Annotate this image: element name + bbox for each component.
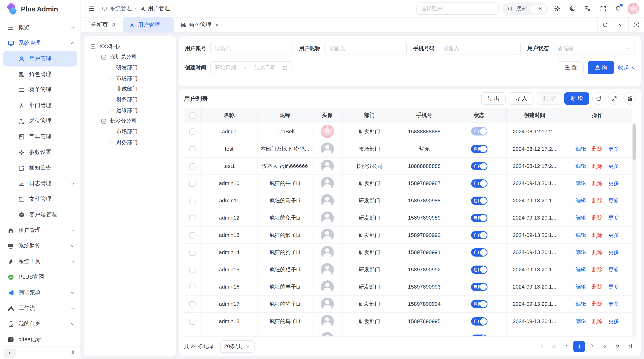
row-checkbox[interactable] [190,336,196,336]
tree-collapse-icon[interactable] [101,54,107,60]
sidebar-pin-button[interactable] [69,349,76,357]
delete-link[interactable]: 删除 [592,163,603,169]
delete-link[interactable]: 删除 [592,215,603,221]
collapse-filter-link[interactable]: 收起 [618,64,635,71]
account-input[interactable]: 请输入 [210,42,292,55]
more-link[interactable]: 更多 [608,283,619,290]
row-checkbox[interactable] [190,284,196,290]
tab-fullscreen-button[interactable] [628,17,644,32]
sidebar-item-post-management[interactable]: 岗位管理 [0,113,80,129]
tree-node-changsha-branch[interactable]: 长沙分公司 [88,116,172,126]
more-link[interactable]: 更多 [608,197,619,203]
delete-link[interactable]: 删除 [592,180,603,186]
breadcrumb-item-user-management[interactable]: 用户管理 [140,5,170,12]
sidebar-item-system-management[interactable]: 系统管理 [0,35,80,51]
more-link[interactable]: 更多 [608,232,619,238]
sidebar-item-my-tasks[interactable]: 我的任务 [0,316,80,332]
tree-node-finance-dept-sz[interactable]: 财务部门 [88,94,172,105]
row-checkbox[interactable] [190,129,196,135]
row-checkbox[interactable] [190,232,196,238]
pager-next-button[interactable] [599,341,610,352]
tree-node-ops-dept[interactable]: 运维部门 [88,105,172,116]
delete-link[interactable]: 删除 [592,266,603,272]
sidebar-item-dept-management[interactable]: 部门管理 [0,98,80,113]
delete-link[interactable]: 删除 [592,146,603,152]
sidebar-item-overview[interactable]: 概览 [0,20,80,35]
pager-next-group-button[interactable] [612,341,623,352]
edit-link[interactable]: 编辑 [576,283,586,290]
status-toggle[interactable]: 启用 [471,300,487,308]
dark-mode-button[interactable] [567,3,578,14]
status-toggle[interactable]: 启用 [471,231,487,239]
global-search[interactable]: 搜索 ⌘ K [502,2,548,15]
sidebar-item-system-monitor[interactable]: 系统监控 [0,238,80,254]
import-button[interactable]: 导 入 [509,92,534,105]
sidebar-item-workflow[interactable]: 工作流 [0,301,80,316]
pager-last-button[interactable] [624,341,636,352]
row-checkbox[interactable] [190,163,196,169]
pin-icon[interactable] [111,22,116,28]
sidebar-item-user-management[interactable]: 用户管理 [3,51,77,66]
more-link[interactable]: 更多 [608,318,619,324]
sidebar-item-client-management[interactable]: 客户端管理 [0,207,80,222]
edit-link[interactable]: 编辑 [576,180,586,186]
edit-link[interactable]: 编辑 [576,215,586,221]
status-toggle[interactable]: 启用 [471,334,487,336]
row-checkbox[interactable] [190,180,196,186]
pager-page-1[interactable]: 1 [573,341,585,352]
status-toggle[interactable]: 启用 [471,179,487,187]
tab-menu-button[interactable] [613,17,628,32]
edit-link[interactable]: 编辑 [576,163,586,169]
edit-link[interactable]: 编辑 [576,146,586,152]
sidebar-item-log-management[interactable]: DEV 日志管理 [0,176,80,191]
delete-link[interactable]: 删除 [592,197,603,203]
notifications-button[interactable] [612,3,624,14]
tab-close-icon[interactable] [214,22,219,27]
pager-prev-button[interactable] [561,341,572,352]
more-link[interactable]: 更多 [608,163,619,169]
status-toggle[interactable]: 启用 [471,283,487,291]
user-avatar[interactable] [628,3,639,14]
breadcrumb-item-system-management[interactable]: 系统管理 [102,5,132,12]
more-link[interactable]: 更多 [608,215,619,221]
export-button[interactable]: 导 出 [481,92,506,105]
language-button[interactable] [582,3,593,14]
table-expand-button[interactable] [608,92,620,105]
edit-link[interactable]: 编辑 [576,318,586,324]
tree-node-market-dept-cs[interactable]: 市场部门 [88,126,172,137]
delete-link[interactable]: 删除 [592,301,603,307]
search-button[interactable]: 查 询 [588,61,614,74]
phone-input[interactable]: 请输入 [439,42,521,55]
more-link[interactable]: 更多 [608,266,619,272]
row-checkbox[interactable] [190,319,196,325]
delete-link[interactable]: 删除 [592,232,603,238]
tree-node-company-root[interactable]: XXX科技 [88,41,172,52]
sidebar-item-plus-site[interactable]: PLUS官网 [0,269,80,285]
tab-close-icon[interactable] [163,22,168,27]
status-toggle[interactable]: 启用 [471,248,487,256]
status-toggle[interactable]: 启用 [471,317,487,325]
tree-node-test-dept[interactable]: 测试部门 [88,84,172,94]
brand[interactable]: Plus Admin [0,0,80,18]
more-link[interactable]: 更多 [608,249,619,255]
sidebar-item-system-tools[interactable]: 系统工具 [0,254,80,269]
tree-collapse-icon[interactable] [90,43,96,49]
status-toggle[interactable]: 启用 [471,127,487,135]
tab-role-management[interactable]: 角色管理 [174,17,225,32]
row-checkbox[interactable] [190,267,196,273]
sidebar-item-dict-management[interactable]: 字典管理 [0,129,80,144]
delete-link[interactable]: 删除 [592,249,603,255]
delete-link[interactable]: 删除 [592,283,603,290]
fullscreen-button[interactable] [597,3,608,14]
more-link[interactable]: 更多 [608,146,619,152]
edit-link[interactable]: 编辑 [576,197,586,203]
pager-prev-group-button[interactable] [548,341,560,352]
tab-refresh-button[interactable] [597,17,613,32]
sidebar-collapse-button[interactable] [4,348,16,358]
sidebar-item-role-management[interactable]: 角色管理 [0,66,80,82]
sidebar-item-test-menu[interactable]: 测试菜单 [0,285,80,300]
row-checkbox[interactable] [190,146,196,152]
created-daterange-input[interactable]: 开始日期 结束日期 [210,61,292,74]
scrollbar-thumb[interactable] [632,124,636,160]
more-link[interactable]: 更多 [608,180,619,186]
